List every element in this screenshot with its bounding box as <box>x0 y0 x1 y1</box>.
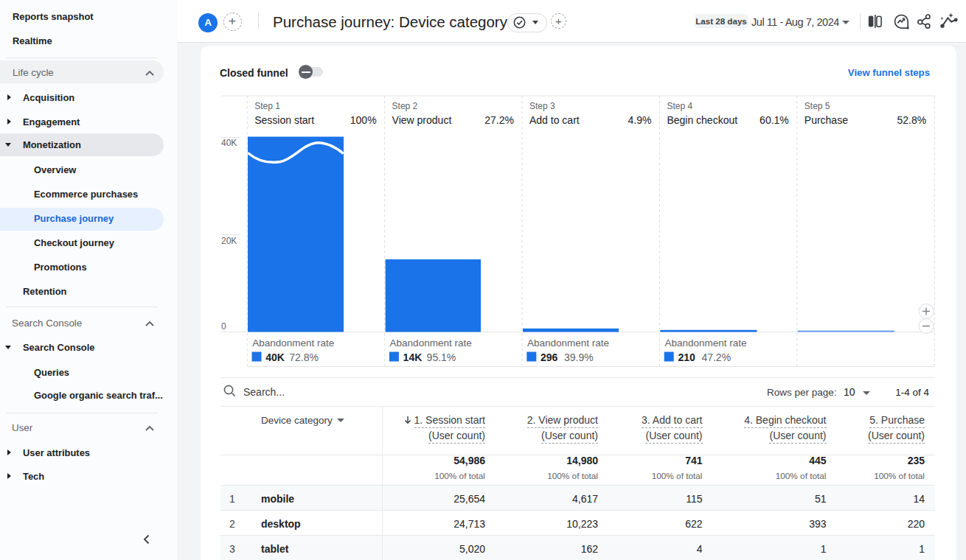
svg-text:Step 1: Step 1 <box>254 101 280 111</box>
svg-text:4.9%: 4.9% <box>628 114 651 126</box>
svg-text:0: 0 <box>221 321 226 332</box>
svg-text:14K: 14K <box>403 351 423 363</box>
svg-text:Step 2: Step 2 <box>392 101 418 111</box>
svg-text:40K: 40K <box>221 138 237 148</box>
svg-text:60.1%: 60.1% <box>760 114 789 126</box>
svg-text:Step 4: Step 4 <box>667 101 692 111</box>
svg-text:Purchase: Purchase <box>805 114 848 126</box>
svg-text:100%: 100% <box>350 114 377 126</box>
svg-text:View product: View product <box>392 114 452 126</box>
svg-text:Add to cart: Add to cart <box>529 114 580 126</box>
svg-text:40K: 40K <box>265 351 285 363</box>
svg-text:Abandonment rate: Abandonment rate <box>664 337 746 349</box>
svg-text:72.8%: 72.8% <box>289 351 319 363</box>
svg-text:296: 296 <box>541 351 558 363</box>
svg-text:Begin checkout: Begin checkout <box>667 114 737 126</box>
svg-text:20K: 20K <box>221 236 237 246</box>
svg-text:27.2%: 27.2% <box>484 114 514 126</box>
svg-text:Abandonment rate: Abandonment rate <box>527 337 609 349</box>
svg-text:Session start: Session start <box>254 114 314 126</box>
svg-text:Abandonment rate: Abandonment rate <box>390 337 472 349</box>
svg-text:52.8%: 52.8% <box>897 114 926 126</box>
svg-text:Abandonment rate: Abandonment rate <box>252 337 334 349</box>
svg-text:Step 3: Step 3 <box>529 101 555 111</box>
svg-text:210: 210 <box>678 351 695 363</box>
svg-text:95.1%: 95.1% <box>427 351 456 363</box>
svg-text:Step 5: Step 5 <box>805 101 830 111</box>
svg-text:39.9%: 39.9% <box>564 351 594 363</box>
svg-text:47.2%: 47.2% <box>701 351 731 363</box>
